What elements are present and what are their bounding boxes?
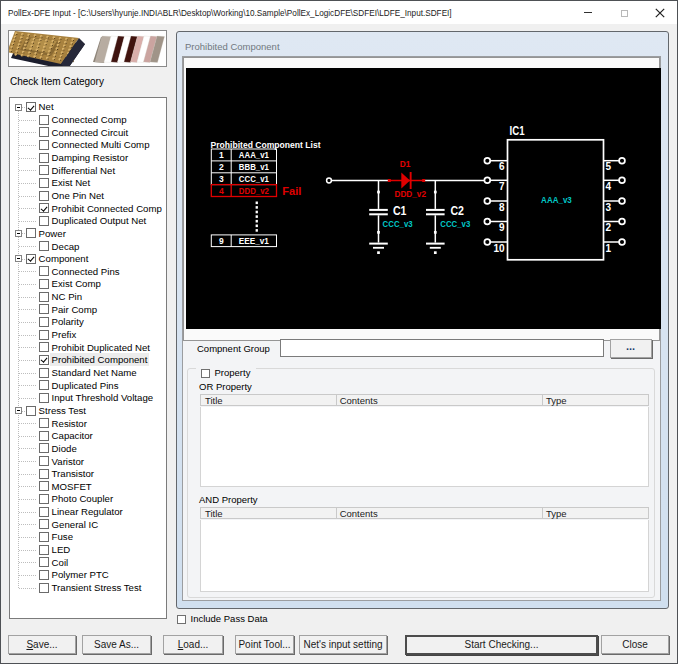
svg-text:8: 8 (498, 202, 504, 213)
svg-text:C2: C2 (450, 204, 464, 218)
svg-text:BBB_v1: BBB_v1 (238, 162, 268, 172)
svg-text:CCC_v1: CCC_v1 (238, 174, 268, 184)
svg-text:10: 10 (493, 243, 505, 254)
svg-text:4: 4 (218, 186, 223, 196)
svg-text:IC1: IC1 (509, 124, 524, 138)
svg-text:7: 7 (498, 181, 504, 192)
svg-text:Prohibited Component List: Prohibited Component List (210, 140, 320, 150)
svg-text:AAA_v3: AAA_v3 (541, 194, 572, 205)
svg-text:4: 4 (605, 181, 611, 192)
svg-text:2: 2 (605, 222, 611, 233)
svg-text:1: 1 (218, 150, 223, 160)
svg-text:D1: D1 (399, 159, 410, 169)
svg-text:9: 9 (218, 236, 223, 246)
svg-text:CCC_v3: CCC_v3 (382, 218, 412, 229)
svg-text:EEE_v1: EEE_v1 (238, 236, 268, 246)
svg-text:2: 2 (218, 162, 223, 172)
svg-text:CCC_v3: CCC_v3 (440, 218, 470, 229)
svg-text:6: 6 (498, 161, 504, 172)
svg-text:9: 9 (498, 222, 504, 233)
svg-text:3: 3 (218, 174, 223, 184)
svg-text:Fail: Fail (282, 185, 301, 197)
svg-text:DDD_v2: DDD_v2 (394, 189, 426, 199)
svg-text:3: 3 (605, 202, 611, 213)
svg-text:5: 5 (605, 161, 611, 172)
svg-text:1: 1 (605, 243, 611, 254)
svg-text:DDD_v2: DDD_v2 (238, 186, 268, 196)
svg-text:AAA_v1: AAA_v1 (238, 150, 268, 160)
svg-text:C1: C1 (393, 204, 407, 218)
